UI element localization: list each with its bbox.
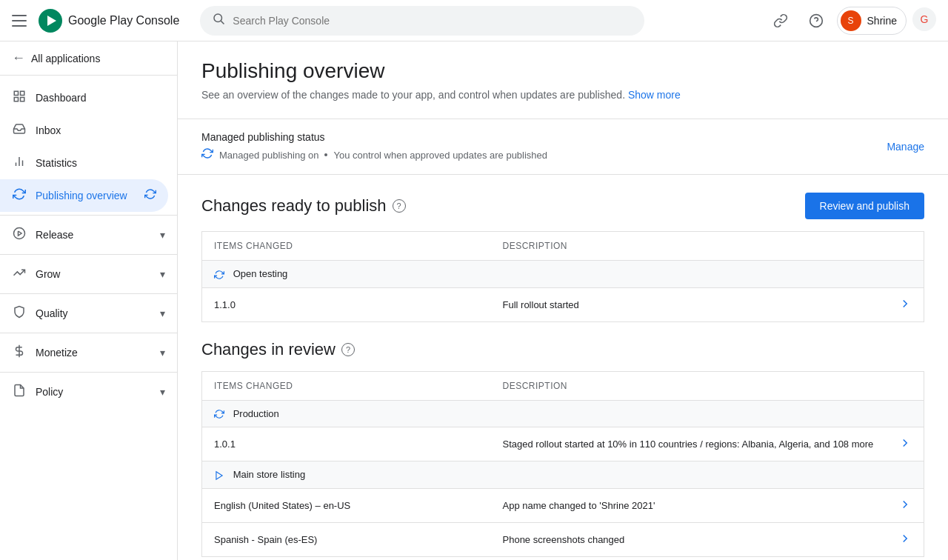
menu-icon[interactable] — [12, 12, 30, 30]
group-label-production: Production — [202, 400, 924, 427]
monetize-icon — [12, 344, 27, 361]
logo-text: Google Play Console — [68, 14, 179, 27]
topbar: Google Play Console S Sh — [0, 0, 948, 41]
svg-line-3 — [221, 21, 224, 24]
changes-in-review-table-header: Items changed Description — [202, 371, 924, 400]
status-dot — [324, 153, 327, 156]
show-more-link[interactable]: Show more — [628, 89, 681, 101]
managed-publishing-section: Managed publishing status Managed publis… — [201, 119, 924, 174]
table-row[interactable]: 1.1.0 Full rollout started — [202, 287, 924, 321]
inbox-label: Inbox — [36, 124, 156, 136]
changes-ready-title: Changes ready to publish ? — [201, 196, 406, 216]
manage-link[interactable]: Manage — [887, 141, 924, 153]
link-icon-button[interactable] — [766, 6, 795, 36]
policy-chevron-icon: ▾ — [160, 386, 165, 398]
policy-icon — [12, 384, 27, 401]
google-account-icon[interactable]: G — [912, 7, 936, 33]
app-icon: S — [841, 10, 861, 31]
changes-ready-section: Changes ready to publish ? Review and pu… — [201, 193, 924, 322]
layout: ← All applications Dashboard — [0, 41, 948, 560]
group-label-open-testing: Open testing — [202, 261, 924, 288]
release-chevron-icon: ▾ — [160, 229, 165, 241]
grow-label: Grow — [36, 268, 60, 280]
sidebar-item-monetize[interactable]: Monetize ▾ — [0, 336, 177, 369]
back-to-all-apps[interactable]: ← All applications — [0, 41, 177, 76]
changes-in-review-header: Changes in review ? — [201, 340, 924, 359]
sidebar-item-publishing-overview[interactable]: Publishing overview — [0, 179, 168, 212]
group-row-production: Production — [202, 400, 924, 427]
release-label: Release — [36, 229, 73, 241]
app-chip-name: Shrine — [867, 15, 897, 27]
sidebar-item-policy[interactable]: Policy ▾ — [0, 376, 177, 408]
publishing-overview-icon — [12, 187, 27, 204]
changes-ready-table-body: Open testing 1.1.0 Full rollout started — [202, 261, 924, 322]
nav-divider-4 — [0, 333, 177, 333]
changes-in-review-help-icon[interactable]: ? — [341, 343, 355, 356]
col-description-1: Description — [491, 232, 887, 261]
svg-point-15 — [14, 227, 25, 239]
release-icon — [12, 227, 27, 244]
review-and-publish-button[interactable]: Review and publish — [805, 193, 924, 219]
changes-in-review-table: Items changed Description Product — [201, 371, 924, 557]
app-chip[interactable]: S Shrine — [837, 7, 907, 35]
changes-ready-help-icon[interactable]: ? — [393, 199, 406, 213]
sidebar-item-quality[interactable]: Quality ▾ — [0, 297, 177, 330]
table-row[interactable]: English (United States) – en-US App name… — [202, 488, 924, 522]
back-label: All applications — [31, 53, 100, 64]
changes-ready-table: Items changed Description Open te — [201, 231, 924, 322]
dashboard-icon — [12, 90, 27, 107]
sidebar-item-grow[interactable]: Grow ▾ — [0, 258, 177, 290]
col-items-changed-1: Items changed — [202, 232, 491, 261]
row-item: 1.0.1 — [202, 427, 491, 461]
status-sync-icon — [201, 147, 213, 162]
nav-divider-3 — [0, 293, 177, 294]
svg-rect-10 — [21, 97, 24, 101]
divider-2 — [178, 174, 948, 175]
svg-rect-9 — [21, 91, 24, 95]
search-input[interactable] — [233, 15, 632, 27]
play-logo-icon — [39, 9, 62, 33]
row-arrow[interactable] — [887, 522, 924, 556]
group-row-main-store-listing: Main store listing — [202, 461, 924, 489]
svg-point-2 — [214, 14, 222, 22]
status-row: Managed publishing on You control when a… — [201, 147, 547, 162]
row-description: Phone screenshots changed — [491, 522, 887, 556]
sidebar-item-release[interactable]: Release ▾ — [0, 219, 177, 251]
policy-label: Policy — [36, 386, 63, 398]
grow-chevron-icon: ▾ — [160, 268, 165, 280]
status-detail: You control when approved updates are pu… — [333, 150, 547, 161]
row-item: English (United States) – en-US — [202, 488, 491, 522]
changes-in-review-title: Changes in review ? — [201, 340, 355, 359]
sidebar-item-statistics[interactable]: Statistics — [0, 147, 168, 179]
page-title: Publishing overview — [201, 59, 924, 83]
group-row-open-testing: Open testing — [202, 261, 924, 288]
status-left: Managed publishing status Managed publis… — [201, 131, 547, 162]
row-arrow[interactable] — [887, 287, 924, 321]
main-content: Publishing overview See an overview of t… — [178, 41, 948, 560]
table-row[interactable]: 1.0.1 Staged rollout started at 10% in 1… — [202, 427, 924, 461]
sidebar-nav: Dashboard Inbox Statisti — [0, 76, 177, 414]
col-items-changed-2: Items changed — [202, 371, 491, 400]
group-label-main-store-listing: Main store listing — [202, 461, 924, 489]
changes-in-review-table-body: Production 1.0.1 Staged rollout started … — [202, 400, 924, 556]
status-text: Managed publishing on — [219, 150, 318, 161]
help-icon-button[interactable] — [801, 6, 831, 36]
quality-icon — [12, 305, 27, 322]
topbar-actions: S Shrine G — [766, 6, 936, 36]
sidebar-item-inbox[interactable]: Inbox — [0, 114, 168, 147]
page-subtitle: See an overview of the changes made to y… — [201, 89, 924, 101]
row-arrow[interactable] — [887, 488, 924, 522]
quality-chevron-icon: ▾ — [160, 307, 165, 319]
grow-icon — [12, 266, 27, 283]
sidebar: ← All applications Dashboard — [0, 41, 178, 560]
statistics-icon — [12, 155, 27, 172]
sidebar-item-dashboard[interactable]: Dashboard — [0, 81, 168, 114]
status-title: Managed publishing status — [201, 131, 547, 143]
col-description-2: Description — [491, 371, 887, 400]
svg-rect-8 — [14, 91, 18, 95]
logo[interactable]: Google Play Console — [39, 9, 179, 33]
back-arrow-icon: ← — [12, 50, 25, 66]
search-bar[interactable] — [200, 6, 644, 36]
row-arrow[interactable] — [887, 427, 924, 461]
table-row[interactable]: Spanish - Spain (es-ES) Phone screenshot… — [202, 522, 924, 556]
